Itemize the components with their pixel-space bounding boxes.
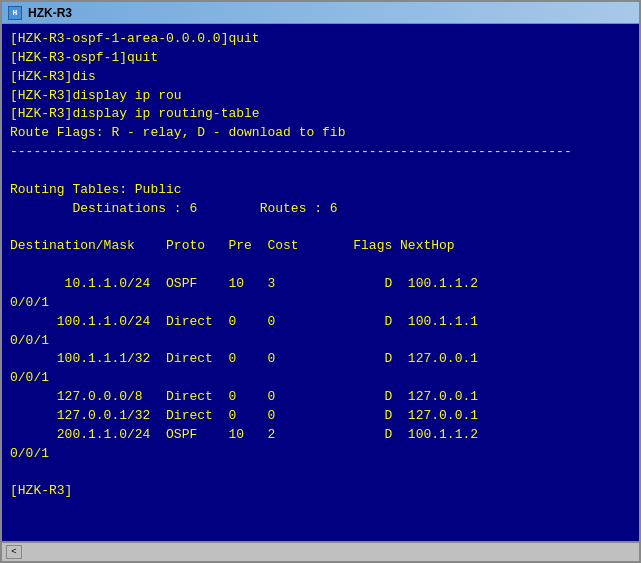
terminal-line: Route Flags: R - relay, D - download to …: [10, 124, 631, 143]
terminal-line: 0/0/1: [10, 369, 631, 388]
terminal-line: 100.1.1.0/24 Direct 0 0 D 100.1.1.1: [10, 313, 631, 332]
terminal-line: [10, 218, 631, 237]
window-title: HZK-R3: [28, 6, 72, 20]
terminal-line: 0/0/1: [10, 332, 631, 351]
terminal-line: [HZK-R3]dis: [10, 68, 631, 87]
terminal-line: Routing Tables: Public: [10, 181, 631, 200]
terminal-line: 0/0/1: [10, 445, 631, 464]
bottom-bar: <: [2, 541, 639, 561]
terminal-line: 0/0/1: [10, 294, 631, 313]
terminal-line: 100.1.1.1/32 Direct 0 0 D 127.0.0.1: [10, 350, 631, 369]
terminal-line: [10, 162, 631, 181]
terminal-line: [HZK-R3-ospf-1]quit: [10, 49, 631, 68]
terminal-line: [10, 256, 631, 275]
terminal-line: 127.0.0.0/8 Direct 0 0 D 127.0.0.1: [10, 388, 631, 407]
terminal-line: Destination/Mask Proto Pre Cost Flags Ne…: [10, 237, 631, 256]
terminal-line: [10, 501, 631, 520]
terminal-line: [HZK-R3]display ip routing-table: [10, 105, 631, 124]
scroll-left-button[interactable]: <: [6, 545, 22, 559]
terminal-output[interactable]: [HZK-R3-ospf-1-area-0.0.0.0]quit[HZK-R3-…: [2, 24, 639, 541]
terminal-line: [HZK-R3-ospf-1-area-0.0.0.0]quit: [10, 30, 631, 49]
terminal-line: ----------------------------------------…: [10, 143, 631, 162]
terminal-line: [HZK-R3]display ip rou: [10, 87, 631, 106]
terminal-line: Destinations : 6 Routes : 6: [10, 200, 631, 219]
terminal-line: [HZK-R3]: [10, 482, 631, 501]
window-icon: H: [8, 6, 22, 20]
title-bar: H HZK-R3: [2, 2, 639, 24]
terminal-line: 10.1.1.0/24 OSPF 10 3 D 100.1.1.2: [10, 275, 631, 294]
terminal-line: [10, 463, 631, 482]
terminal-line: 127.0.0.1/32 Direct 0 0 D 127.0.0.1: [10, 407, 631, 426]
terminal-line: 200.1.1.0/24 OSPF 10 2 D 100.1.1.2: [10, 426, 631, 445]
window: H HZK-R3 [HZK-R3-ospf-1-area-0.0.0.0]qui…: [0, 0, 641, 563]
